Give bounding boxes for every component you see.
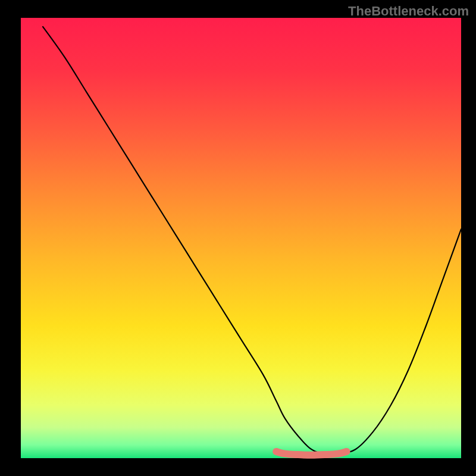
plot-area: [21, 18, 461, 458]
optimal-zone-marker: [276, 452, 346, 455]
bottleneck-chart: [0, 0, 476, 476]
watermark-text: TheBottleneck.com: [348, 4, 469, 19]
chart-svg: [0, 0, 476, 476]
